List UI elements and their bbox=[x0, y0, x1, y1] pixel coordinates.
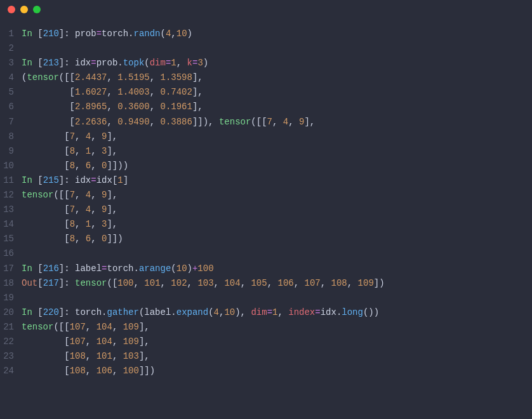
code-token: prob bbox=[75, 29, 96, 39]
code-token: 109 bbox=[123, 336, 139, 347]
code-line: 16 bbox=[0, 246, 532, 261]
code-token: arange bbox=[139, 263, 171, 274]
code-token: ] bbox=[59, 307, 64, 317]
line-number: 11 bbox=[0, 173, 22, 188]
code-token: , bbox=[75, 190, 86, 200]
line-number: 9 bbox=[0, 144, 22, 159]
code-token: [ bbox=[22, 102, 75, 112]
code-token: 216 bbox=[43, 263, 59, 274]
line-number: 20 bbox=[0, 305, 22, 320]
code-token: [ bbox=[22, 146, 70, 156]
code-token: In bbox=[22, 263, 37, 274]
line-number: 4 bbox=[0, 70, 22, 85]
code-token: : bbox=[64, 58, 75, 68]
code-token: 107 bbox=[70, 322, 86, 332]
line-number: 23 bbox=[0, 349, 22, 364]
code-token: 1 bbox=[86, 146, 91, 156]
code-token: : bbox=[64, 307, 75, 317]
code-token: 107 bbox=[70, 336, 86, 347]
line-content: [8, 6, 0]]) bbox=[22, 232, 532, 246]
code-token: 8 bbox=[70, 161, 75, 171]
code-area[interactable]: 1In [210]: prob=torch.randn(4,10)23In [2… bbox=[0, 19, 532, 386]
line-content: [7, 4, 9], bbox=[22, 130, 532, 144]
line-number: 17 bbox=[0, 262, 22, 276]
code-token: , bbox=[112, 351, 123, 361]
code-token: ], bbox=[304, 117, 315, 127]
code-token: , bbox=[150, 87, 161, 97]
code-token: 105 bbox=[251, 278, 267, 288]
code-line: 19 bbox=[0, 291, 532, 305]
code-line: 6 [2.8965, 0.3600, 0.1961], bbox=[0, 100, 532, 114]
line-number: 10 bbox=[0, 159, 22, 173]
code-token: [ bbox=[37, 175, 43, 185]
code-token: dim bbox=[150, 58, 166, 68]
close-icon[interactable] bbox=[8, 6, 15, 13]
code-token: ([ bbox=[107, 278, 117, 288]
code-token: tensor bbox=[219, 117, 251, 127]
code-token: 101 bbox=[96, 351, 112, 361]
code-token: , bbox=[91, 204, 102, 215]
code-token: , bbox=[171, 29, 176, 39]
line-number: 7 bbox=[0, 115, 22, 130]
code-token: long bbox=[342, 307, 363, 317]
line-number: 22 bbox=[0, 335, 22, 349]
maximize-icon[interactable] bbox=[33, 6, 41, 13]
code-token: 1.6027 bbox=[75, 87, 107, 97]
code-token: , bbox=[347, 278, 358, 288]
line-number: 14 bbox=[0, 217, 22, 232]
code-token: [ bbox=[22, 351, 70, 361]
code-token: ), bbox=[235, 307, 251, 317]
code-line: 3In [213]: idx=prob.topk(dim=1, k=3) bbox=[0, 56, 532, 70]
code-token: , bbox=[91, 234, 102, 244]
code-token: ]) bbox=[374, 278, 385, 288]
titlebar bbox=[0, 0, 532, 19]
code-token: 3 bbox=[197, 58, 203, 68]
code-token: ], bbox=[107, 204, 117, 215]
code-token: , bbox=[214, 278, 225, 288]
code-token: ], bbox=[139, 351, 150, 361]
code-token: ([[ bbox=[59, 72, 75, 83]
code-token: ()) bbox=[363, 307, 379, 317]
line-content bbox=[22, 291, 532, 305]
code-token: [ bbox=[22, 117, 75, 127]
code-token: , bbox=[294, 278, 305, 288]
code-token: [ bbox=[22, 87, 75, 97]
code-token: ] bbox=[59, 278, 64, 288]
code-token: , bbox=[91, 219, 102, 229]
line-number: 24 bbox=[0, 364, 22, 378]
code-token: , bbox=[107, 102, 117, 112]
code-token: ], bbox=[107, 190, 117, 200]
code-token: 1 bbox=[171, 58, 176, 68]
code-token: [ bbox=[37, 263, 43, 274]
line-content: tensor([[107, 104, 109], bbox=[22, 320, 532, 335]
code-token: = bbox=[91, 58, 96, 68]
code-token: tensor bbox=[22, 322, 53, 332]
code-line: 21tensor([[107, 104, 109], bbox=[0, 320, 532, 335]
line-content: In [210]: prob=torch.randn(4,10) bbox=[22, 27, 532, 41]
line-number: 12 bbox=[0, 188, 22, 203]
code-token: gather bbox=[107, 307, 138, 317]
code-token: dim bbox=[251, 307, 267, 317]
minimize-icon[interactable] bbox=[20, 6, 28, 13]
code-line: 17In [216]: label=torch.arange(10)+100 bbox=[0, 262, 532, 276]
code-token: 102 bbox=[171, 278, 187, 288]
line-content bbox=[22, 41, 532, 56]
code-token: ( bbox=[161, 29, 166, 39]
code-token: 108 bbox=[70, 366, 86, 376]
code-token: ], bbox=[192, 72, 203, 83]
code-token: idx bbox=[321, 307, 336, 317]
code-token: 10 bbox=[176, 29, 187, 39]
code-token: label bbox=[75, 263, 102, 274]
code-token: , bbox=[107, 72, 117, 83]
code-token: label bbox=[144, 307, 171, 317]
line-content: [8, 1, 3], bbox=[22, 144, 532, 159]
code-token: ], bbox=[107, 131, 117, 142]
line-content: [2.2636, 0.9490, 0.3886]]), tensor([[7, … bbox=[22, 115, 532, 130]
code-token: 220 bbox=[43, 307, 59, 317]
terminal-window: 1In [210]: prob=torch.randn(4,10)23In [2… bbox=[0, 0, 532, 419]
code-token: 10 bbox=[224, 307, 235, 317]
code-token: = bbox=[96, 29, 102, 39]
code-token: ] bbox=[123, 175, 128, 185]
code-line: 11In [215]: idx=idx[1] bbox=[0, 173, 532, 188]
code-line: 18Out[217]: tensor([100, 101, 102, 103, … bbox=[0, 276, 532, 291]
